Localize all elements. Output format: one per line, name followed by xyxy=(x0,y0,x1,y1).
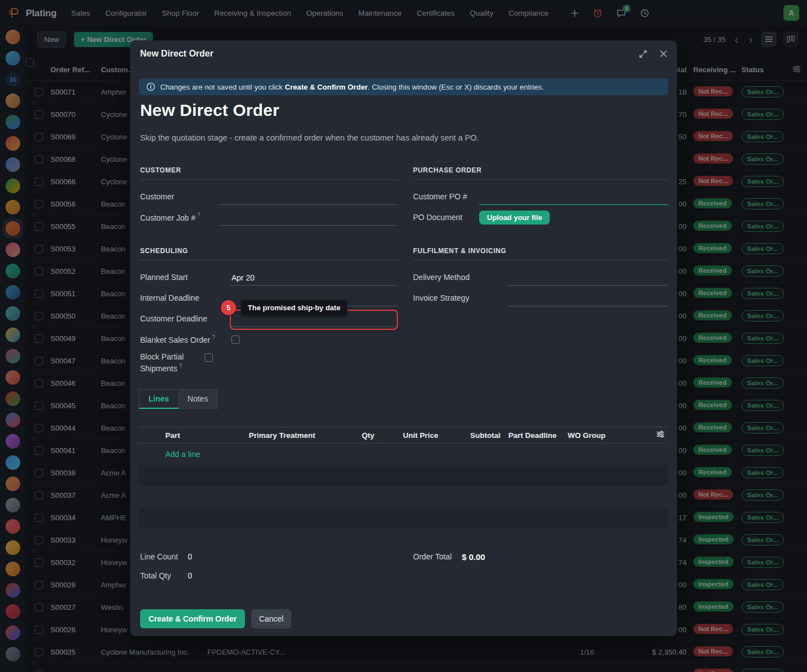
modal-footer: Create & Confirm Order Cancel xyxy=(140,609,291,628)
lines-col-qty: Qty xyxy=(305,431,374,440)
add-line-link[interactable]: Add a line xyxy=(139,444,668,465)
lines-header-row: Part Primary Treatment Qty Unit Price Su… xyxy=(139,427,668,444)
lines-col-wo-group: WO Group xyxy=(568,431,624,440)
create-confirm-order-button[interactable]: Create & Confirm Order xyxy=(140,609,245,628)
line-count-label: Line Count xyxy=(140,552,188,561)
unsaved-changes-banner: Changes are not saved until you click Cr… xyxy=(139,78,668,95)
empty-line-row xyxy=(139,507,668,529)
blanket-sales-order-checkbox[interactable] xyxy=(231,335,240,344)
lines-col-primary-treatment: Primary Treatment xyxy=(249,431,305,440)
banner-text: Changes are not saved until you click Cr… xyxy=(160,83,544,91)
block-partial-shipments-checkbox[interactable] xyxy=(205,353,213,362)
expand-modal-icon[interactable] xyxy=(638,49,648,60)
upload-file-button[interactable]: Upload your file xyxy=(479,211,550,225)
cancel-button[interactable]: Cancel xyxy=(251,609,291,628)
lines-col-part-deadline: Part Deadline xyxy=(500,431,568,440)
help-marker[interactable]: ? xyxy=(212,334,215,340)
close-modal-icon[interactable] xyxy=(659,49,668,60)
modal-header: New Direct Order xyxy=(130,40,677,66)
info-icon xyxy=(146,82,155,91)
delivery-method-input[interactable] xyxy=(507,270,668,286)
block-partial-shipments-label: Block Partial Shipments? xyxy=(140,352,203,374)
customer-field-label: Customer xyxy=(140,192,219,202)
lines-col-subtotal: Subtotal xyxy=(438,431,500,440)
lines-col-part: Part xyxy=(165,431,249,440)
order-total-label: Order Total xyxy=(413,552,452,561)
new-direct-order-modal: New Direct Order Changes are not saved u… xyxy=(130,40,677,636)
lines-col-unit-price: Unit Price xyxy=(374,431,438,440)
section-fulfilment-invoicing: Fulfilment & Invoicing Delivery Method I… xyxy=(413,247,668,309)
order-total-summary: Order Total $ 0.00 xyxy=(413,547,485,566)
empty-line-row xyxy=(139,486,668,507)
total-qty-label: Total Qty xyxy=(140,571,188,580)
order-total-value: $ 0.00 xyxy=(462,552,485,562)
customer-po-label: Customer PO # xyxy=(413,192,479,202)
tab-notes[interactable]: Notes xyxy=(179,389,218,409)
customer-job-input[interactable] xyxy=(219,210,398,226)
lines-summary: Line Count 0 Total Qty 0 xyxy=(140,547,192,585)
empty-line-row xyxy=(139,465,668,486)
modal-title: New Direct Order xyxy=(140,49,214,59)
section-title-purchase-order: Purchase Order xyxy=(413,166,668,180)
modal-tabs: Lines Notes xyxy=(139,389,217,409)
order-lines-table: Part Primary Treatment Qty Unit Price Su… xyxy=(139,427,668,529)
annotation-tooltip: The promised ship-by date xyxy=(241,300,347,315)
section-customer: Customer Customer Customer Job #? xyxy=(140,166,398,228)
section-title-customer: Customer xyxy=(140,166,398,180)
po-document-label: PO Document xyxy=(413,212,479,223)
help-marker[interactable]: ? xyxy=(197,212,201,218)
annotation-step-badge: 5 xyxy=(221,300,236,315)
page-title: New Direct Order xyxy=(140,101,279,120)
page-subtitle: Skip the quotation stage - create a conf… xyxy=(140,133,479,142)
section-title-fulfilment: Fulfilment & Invoicing xyxy=(413,247,668,260)
section-title-scheduling: Scheduling xyxy=(140,247,398,260)
internal-deadline-label: Internal Deadline xyxy=(140,293,230,304)
customer-job-label: Customer Job #? xyxy=(140,212,219,223)
customer-deadline-label: Customer Deadline xyxy=(140,314,230,324)
tab-lines[interactable]: Lines xyxy=(139,389,179,409)
planned-start-input[interactable]: Apr 20 xyxy=(230,270,398,286)
total-qty-value: 0 xyxy=(188,571,192,580)
blanket-sales-order-label: Blanket Sales Order? xyxy=(140,334,230,346)
customer-po-input[interactable] xyxy=(479,189,668,205)
order-form: Customer Customer Customer Job #? Schedu… xyxy=(140,166,668,400)
help-marker[interactable]: ? xyxy=(179,363,182,369)
section-purchase-order: Purchase Order Customer PO # PO Document… xyxy=(413,166,668,228)
customer-input[interactable] xyxy=(219,189,398,205)
line-count-value: 0 xyxy=(188,552,192,561)
lines-column-settings-icon[interactable] xyxy=(656,430,668,440)
planned-start-value: Apr 20 xyxy=(231,273,254,282)
delivery-method-label: Delivery Method xyxy=(413,272,507,283)
invoice-strategy-label: Invoice Strategy xyxy=(413,293,507,304)
invoice-strategy-input[interactable] xyxy=(507,291,668,306)
planned-start-label: Planned Start xyxy=(140,272,230,283)
